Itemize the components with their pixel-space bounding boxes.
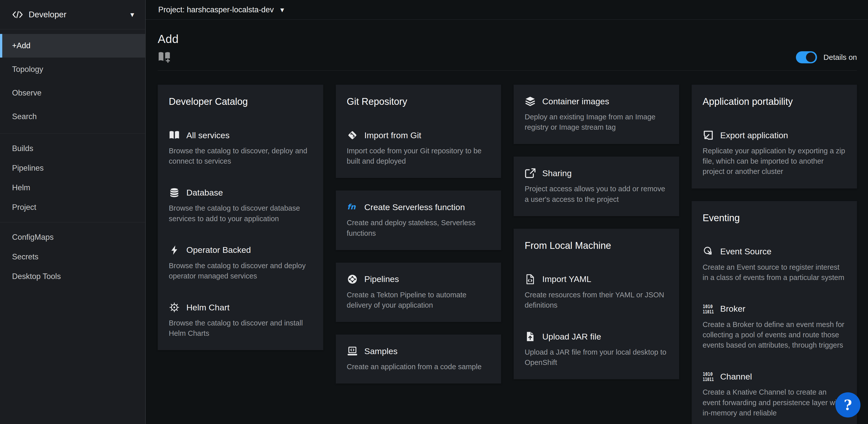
item-title: All services — [186, 131, 229, 140]
samples-item[interactable]: Samples Create an application from a cod… — [347, 346, 490, 372]
toggle-knob — [806, 53, 815, 62]
all-services-item[interactable]: All services Browse the catalog to disco… — [169, 130, 312, 166]
helm-chart-item[interactable]: Helm Chart Browse the catalog to discove… — [169, 302, 312, 339]
sidebar-item-pipelines[interactable]: Pipelines — [0, 158, 145, 178]
file-code-icon — [525, 274, 536, 284]
sidebar-item-search[interactable]: Search — [0, 105, 145, 129]
catalog-column-4: Application portability Export applicati… — [692, 85, 857, 424]
sidebar-item-label: Observe — [12, 88, 41, 97]
container-images-item[interactable]: Container images Deploy an existing Imag… — [525, 96, 668, 133]
sidebar-item-topology[interactable]: Topology — [0, 58, 145, 81]
details-toggle-switch[interactable] — [796, 51, 817, 63]
sidebar-item-label: Topology — [12, 65, 43, 74]
binary-channel-icon — [703, 371, 714, 381]
pipelines-item[interactable]: Pipelines Create a Tekton Pipeline to au… — [347, 274, 490, 310]
pipelines-card: Pipelines Create a Tekton Pipeline to au… — [336, 263, 501, 322]
item-description: Deploy an existing Image from an Image r… — [525, 112, 668, 133]
item-description: Browse the catalog to discover database … — [169, 203, 312, 224]
database-item[interactable]: Database Browse the catalog to discover … — [169, 188, 312, 224]
item-description: Create an Event source to register inter… — [703, 262, 846, 283]
sidebar-item-label: Secrets — [12, 252, 38, 261]
sidebar-item-label: +Add — [12, 41, 30, 50]
import-yaml-item[interactable]: Import YAML Create resources from their … — [525, 274, 668, 310]
help-button[interactable]: ? — [835, 392, 861, 418]
broker-item[interactable]: Broker Create a Broker to define an even… — [703, 304, 846, 350]
sidebar-item-observe[interactable]: Observe — [0, 81, 145, 105]
operator-backed-item[interactable]: Operator Backed Browse the catalog to di… — [169, 245, 312, 281]
item-title: Broker — [720, 304, 745, 314]
sidebar-item-label: Pipelines — [12, 164, 44, 173]
item-title: Event Source — [720, 247, 772, 256]
application-portability-card: Application portability Export applicati… — [692, 85, 857, 189]
add-page: Add Details on Developer Catalog — [146, 20, 868, 424]
project-bar: Project: harshcasper-localsta-dev ▾ — [146, 0, 868, 20]
from-local-machine-card: From Local Machine Import YAML Create re… — [514, 229, 679, 379]
details-toggle-label: Details on — [824, 53, 857, 62]
sidebar-item-desktop-tools[interactable]: Desktop Tools — [0, 267, 145, 286]
item-title: Import from Git — [365, 131, 422, 140]
item-description: Create an application from a code sample — [347, 362, 490, 372]
import-from-git-item[interactable]: Import from Git Import code from your Gi… — [347, 130, 490, 166]
export-icon — [703, 130, 714, 140]
item-title: Sharing — [542, 168, 571, 178]
sidebar-item-builds[interactable]: Builds — [0, 139, 145, 158]
database-icon — [169, 188, 180, 198]
card-title: From Local Machine — [525, 240, 668, 251]
layers-icon — [525, 96, 536, 106]
export-application-item[interactable]: Export application Replicate your applic… — [703, 130, 846, 177]
nav-group-config: ConfigMaps Secrets Desktop Tools — [0, 227, 145, 286]
item-description: Create resources from their YAML or JSON… — [525, 290, 668, 310]
sidebar-item-label: Search — [12, 112, 37, 121]
sidebar-item-label: Desktop Tools — [12, 272, 61, 281]
caret-down-icon: ▾ — [130, 11, 134, 18]
item-title: Import YAML — [542, 274, 591, 284]
sidebar-item-configmaps[interactable]: ConfigMaps — [0, 227, 145, 247]
samples-card: Samples Create an application from a cod… — [336, 335, 501, 384]
sidebar-item-add[interactable]: +Add — [0, 34, 145, 58]
item-description: Project access allows you to add or remo… — [525, 184, 668, 204]
item-description: Upload a JAR file from your local deskto… — [525, 347, 668, 368]
helm-icon — [169, 302, 180, 312]
developer-catalog-card: Developer Catalog All services Browse th… — [158, 85, 323, 350]
item-title: Channel — [720, 372, 752, 381]
code-icon — [12, 11, 23, 18]
sidebar-item-label: ConfigMaps — [12, 233, 54, 242]
sidebar-item-secrets[interactable]: Secrets — [0, 247, 145, 267]
add-catalog-grid: Developer Catalog All services Browse th… — [158, 70, 857, 424]
file-upload-icon — [525, 332, 536, 342]
container-images-card: Container images Deploy an existing Imag… — [514, 85, 679, 144]
create-serverless-function-item[interactable]: Create Serverless function Create and de… — [347, 202, 490, 238]
main-content: Project: harshcasper-localsta-dev ▾ Add … — [146, 0, 868, 424]
sidebar-nav: +Add Topology Observe Search Builds Pipe… — [0, 29, 145, 286]
perspective-label: Developer — [29, 10, 130, 19]
item-description: Import code from your Git repository to … — [347, 146, 490, 166]
event-source-item[interactable]: Event Source Create an Event source to r… — [703, 247, 846, 283]
nav-group-main: +Add Topology Observe Search — [0, 34, 145, 129]
channel-item[interactable]: Channel Create a Knative Channel to crea… — [703, 371, 846, 418]
sharing-item[interactable]: Sharing Project access allows you to add… — [525, 168, 668, 204]
item-description: Browse the catalog to discover and insta… — [169, 318, 312, 339]
item-title: Operator Backed — [186, 245, 251, 255]
perspective-switcher[interactable]: Developer ▾ — [0, 0, 145, 29]
item-title: Export application — [720, 131, 788, 140]
card-title: Git Repository — [347, 96, 490, 107]
item-title: Upload JAR file — [542, 332, 601, 342]
sidebar-item-project[interactable]: Project — [0, 198, 145, 217]
upload-jar-file-item[interactable]: Upload JAR file Upload a JAR file from y… — [525, 332, 668, 368]
book-icon — [169, 130, 180, 140]
item-description: Create a Knative Channel to create an ev… — [703, 387, 846, 418]
caret-down-icon: ▾ — [280, 6, 284, 13]
event-source-icon — [703, 247, 714, 257]
developer-console: Developer ▾ +Add Topology Observe Search… — [0, 0, 868, 424]
item-description: Browse the catalog to discover, deploy a… — [169, 146, 312, 166]
catalog-column-3: Container images Deploy an existing Imag… — [514, 85, 679, 379]
quick-starts-book-plus-icon[interactable] — [158, 51, 171, 63]
item-title: Samples — [365, 346, 398, 356]
project-selector[interactable]: Project: harshcasper-localsta-dev ▾ — [158, 5, 284, 14]
item-description: Create and deploy stateless, Serverless … — [347, 218, 490, 238]
sidebar-item-helm[interactable]: Helm — [0, 178, 145, 198]
catalog-column-2: Git Repository Import from Git Import co… — [336, 85, 501, 384]
serverless-function-card: Create Serverless function Create and de… — [336, 191, 501, 250]
sharing-card: Sharing Project access allows you to add… — [514, 157, 679, 216]
page-header: Add Details on — [158, 20, 857, 70]
